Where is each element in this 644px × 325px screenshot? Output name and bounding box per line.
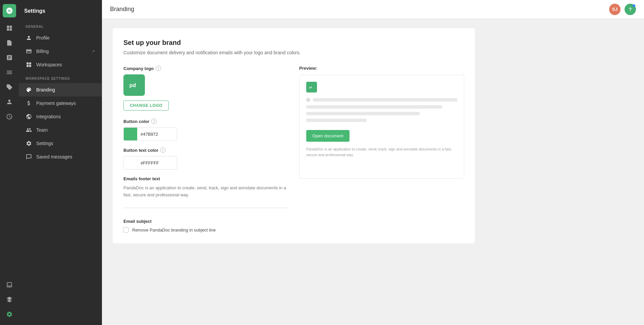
right-column: Preview: pd <box>299 66 464 233</box>
button-text-color-info-icon[interactable]: i <box>160 147 166 153</box>
svg-text:pd: pd <box>129 82 136 88</box>
button-color-label: Button color i <box>123 119 288 124</box>
preview-circle <box>306 98 310 102</box>
button-text-color-label: Button text color i <box>123 147 288 153</box>
cube-icon[interactable] <box>3 293 16 306</box>
sidebar-integrations-label: Integrations <box>36 114 61 119</box>
help-button[interactable]: ? <box>625 4 636 15</box>
documents-icon[interactable] <box>3 36 16 50</box>
profile-icon <box>25 35 32 41</box>
remove-branding-checkbox[interactable] <box>123 227 129 233</box>
change-logo-button[interactable]: CHANGE LOGO <box>123 101 169 111</box>
preview-line-1 <box>306 98 457 102</box>
inbox-icon[interactable] <box>3 278 16 291</box>
external-link-icon: ↗ <box>92 49 95 54</box>
branding-icon <box>25 86 32 93</box>
user-avatar[interactable]: SJ <box>609 4 621 15</box>
sidebar-item-billing[interactable]: Billing ↗ <box>19 45 102 58</box>
branding-grid: Company logo i pd CHANGE LOGO Button col… <box>123 66 464 233</box>
left-column: Company logo i pd CHANGE LOGO Button col… <box>123 66 288 233</box>
branding-card: Set up your brand Customize document del… <box>113 28 475 243</box>
button-color-input[interactable] <box>123 127 177 141</box>
sidebar-item-payment[interactable]: Payment gateways <box>19 96 102 110</box>
payment-icon <box>25 100 32 107</box>
workspaces-icon <box>25 61 32 68</box>
button-text-color-swatch[interactable] <box>124 156 137 169</box>
sidebar: Settings GENERAL Profile Billing ↗ Works… <box>19 0 102 325</box>
saved-messages-icon <box>25 153 32 160</box>
catalog-icon[interactable] <box>3 66 16 79</box>
card-heading: Set up your brand <box>123 39 464 47</box>
preview-line-4 <box>306 119 367 122</box>
emails-footer-label: Emails footer text <box>123 176 288 181</box>
sidebar-workspaces-label: Workspaces <box>36 62 62 67</box>
sidebar-app-title: Settings <box>19 5 102 19</box>
dashboard-icon[interactable] <box>3 21 16 35</box>
tags-icon[interactable] <box>3 80 16 94</box>
sidebar-item-team[interactable]: Team <box>19 123 102 137</box>
reports-icon[interactable] <box>3 110 16 123</box>
sidebar-item-saved-messages[interactable]: Saved messages <box>19 150 102 164</box>
company-logo-box: pd <box>123 74 145 96</box>
preview-line-3 <box>306 112 420 115</box>
workspace-settings-label: WORKSPACE SETTINGS <box>19 71 102 83</box>
preview-logo: pd <box>306 82 317 92</box>
sidebar-billing-label: Billing <box>36 49 49 54</box>
sidebar-team-label: Team <box>36 127 48 133</box>
checkbox-label: Remove PandaDoc branding in subject line <box>132 227 216 233</box>
page-title: Branding <box>110 6 605 13</box>
preview-panel: pd Open document PandaDoc is an applicat… <box>299 75 464 179</box>
button-color-swatch[interactable] <box>124 128 137 140</box>
card-description: Customize document delivery and notifica… <box>123 49 464 56</box>
brand-logo[interactable] <box>3 4 16 17</box>
sidebar-item-workspaces[interactable]: Workspaces <box>19 58 102 71</box>
preview-line-2 <box>306 105 442 109</box>
button-color-info-icon[interactable]: i <box>151 119 157 124</box>
button-text-color-input[interactable] <box>123 156 177 170</box>
content-area: Set up your brand Customize document del… <box>102 19 644 325</box>
logo-info-icon[interactable]: i <box>156 66 161 71</box>
settings-rail-icon[interactable] <box>3 308 16 321</box>
topbar: Branding SJ ? <box>102 0 644 19</box>
sidebar-profile-label: Profile <box>36 35 50 41</box>
sidebar-item-integrations[interactable]: Integrations <box>19 110 102 123</box>
integrations-icon <box>25 113 32 120</box>
preview-label: Preview: <box>299 66 464 71</box>
svg-text:pd: pd <box>309 86 312 89</box>
preview-open-document-btn[interactable]: Open document <box>306 130 350 142</box>
sidebar-payment-label: Payment gateways <box>36 101 76 106</box>
remove-branding-checkbox-row[interactable]: Remove PandaDoc branding in subject line <box>123 227 288 233</box>
billing-icon <box>25 48 32 55</box>
general-section-label: GENERAL <box>19 19 102 31</box>
company-logo-label: Company logo i <box>123 66 288 71</box>
preview-footer-text: PandaDoc is an application to create, se… <box>306 146 457 157</box>
icon-rail <box>0 0 19 325</box>
button-text-color-field[interactable] <box>137 156 174 169</box>
settings-icon <box>25 140 32 147</box>
email-subject-section: Email subject Remove PandaDoc branding i… <box>123 219 288 233</box>
sidebar-item-branding[interactable]: Branding <box>19 83 102 96</box>
main-content: Branding SJ ? Set up your brand Customiz… <box>102 0 644 325</box>
sidebar-saved-messages-label: Saved messages <box>36 154 72 159</box>
sidebar-item-settings[interactable]: Settings <box>19 137 102 150</box>
button-color-field[interactable] <box>137 128 174 140</box>
team-icon <box>25 127 32 133</box>
footer-text-area[interactable] <box>123 185 288 208</box>
sidebar-branding-label: Branding <box>36 87 55 92</box>
contacts-icon[interactable] <box>3 95 16 109</box>
sidebar-item-profile[interactable]: Profile <box>19 31 102 45</box>
sidebar-settings-label: Settings <box>36 141 53 146</box>
templates-icon[interactable] <box>3 51 16 64</box>
preview-line-a <box>313 98 457 102</box>
email-subject-label: Email subject <box>123 219 288 224</box>
